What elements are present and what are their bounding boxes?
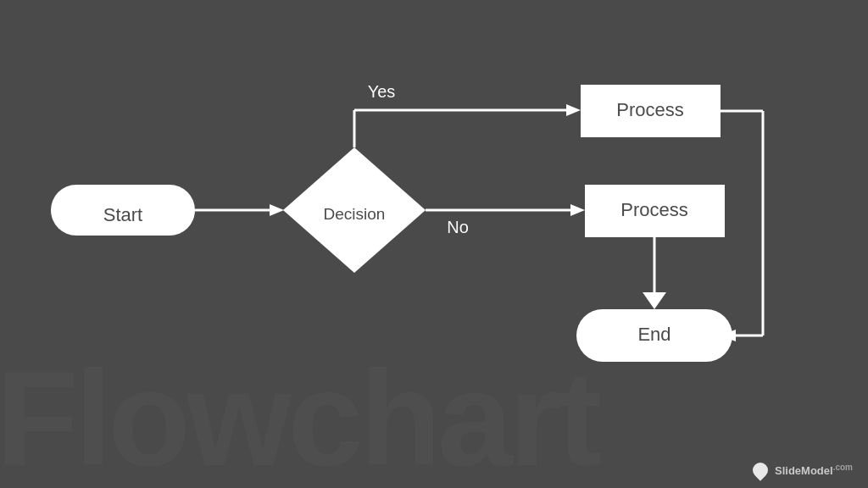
slidemodel-logo: SlideModel.com (753, 463, 853, 478)
process-bottom-label: Process (620, 199, 687, 220)
flowchart-svg: Start Decision Yes Process No Process (0, 0, 868, 488)
logo-icon (749, 459, 771, 480)
yes-label: Yes (368, 82, 396, 101)
no-label: No (447, 218, 469, 236)
slide-container: Flowchart Start Decision Yes Process No … (0, 0, 868, 488)
arrowhead-start-decision (270, 204, 284, 216)
arrowhead-yes (566, 104, 581, 116)
logo-brand-text: SlideModel (775, 465, 833, 478)
decision-label: Decision (324, 205, 386, 223)
arrowhead-process-end (643, 292, 666, 309)
logo-dot-text: .com (833, 463, 853, 472)
process-top-label: Process (616, 99, 683, 120)
arrowhead-no (570, 204, 585, 216)
start-label: Start (103, 204, 142, 225)
logo-brand: SlideModel.com (775, 463, 853, 477)
end-label: End (637, 324, 670, 345)
